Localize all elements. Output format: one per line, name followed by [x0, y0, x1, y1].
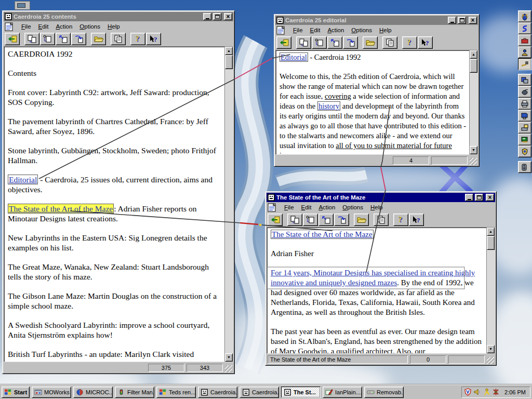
taskbar-item-moworks[interactable]: MOWorks [32, 387, 71, 398]
document-icon[interactable] [276, 17, 284, 24]
taskbar-item-filter-manager[interactable]: Filter Man... [115, 387, 154, 398]
titlebar[interactable]: The State of the Art of the Maze × [267, 193, 495, 202]
start-link-button[interactable] [56, 33, 71, 45]
maximize-button[interactable] [458, 17, 466, 24]
document-menu-icon[interactable] [276, 26, 287, 35]
maximize-button[interactable] [213, 13, 221, 20]
launcher-monitor-button[interactable] [518, 110, 531, 122]
menu-help[interactable]: Help [104, 22, 124, 31]
menu-options[interactable]: Options [348, 26, 376, 34]
link-history[interactable]: history [317, 101, 340, 111]
menu-help[interactable]: Help [376, 26, 395, 34]
scroll-up-button[interactable]: ▲ [470, 50, 477, 59]
document-menu-icon[interactable] [267, 203, 278, 212]
close-button[interactable]: × [486, 194, 494, 201]
taskbar-item-caerdroia-1[interactable]: Caerdroia... [198, 387, 237, 398]
scrollbar-thumb[interactable] [487, 236, 495, 250]
messenger-person-icon[interactable] [483, 388, 490, 396]
menu-options[interactable]: Options [339, 203, 367, 211]
document-menu-icon[interactable] [4, 22, 16, 31]
launcher-mouse-button[interactable] [518, 86, 531, 98]
minimize-button[interactable] [465, 194, 473, 201]
minimize-button[interactable] [448, 17, 456, 24]
menu-help[interactable]: Help [367, 203, 387, 211]
launcher-bug-button[interactable] [518, 10, 531, 22]
vertical-scrollbar[interactable]: ▲ ▼ [469, 50, 477, 154]
copy-link-button[interactable] [24, 33, 39, 45]
copy-link-button[interactable] [296, 36, 311, 49]
taskbar-item-microcosm[interactable]: MICROC... [73, 387, 113, 398]
menu-file[interactable]: File [18, 22, 35, 31]
taskbar-item-removable[interactable]: Removab... [364, 387, 404, 398]
launcher-disks-button[interactable] [518, 74, 531, 86]
start-link-button[interactable] [318, 214, 334, 226]
launcher-badge-button[interactable] [518, 145, 531, 157]
paste-link-button[interactable] [303, 214, 318, 226]
link-editorial[interactable]: Editorial [280, 52, 308, 62]
open-document-button[interactable] [354, 214, 369, 226]
paste-link-button[interactable] [40, 33, 55, 45]
context-help-button[interactable]: ? [418, 36, 433, 49]
help-button[interactable]: ? ? [130, 33, 145, 45]
menu-edit[interactable]: Edit [298, 203, 315, 211]
launcher-cable-button[interactable] [518, 58, 531, 70]
launcher-drive-doc-button[interactable] [518, 122, 531, 134]
menu-action[interactable]: Action [315, 203, 339, 211]
menu-action[interactable]: Action [52, 22, 76, 31]
end-link-button[interactable] [71, 33, 86, 45]
taskbar-item-teds[interactable]: Teds ren... [156, 387, 196, 398]
scrollbar-thumb[interactable] [470, 59, 477, 73]
link-state-of-the-art-title[interactable]: The State of the Art of the Maze [271, 230, 374, 239]
help-button[interactable]: ? ? [393, 214, 408, 226]
scroll-up-button[interactable]: ▲ [487, 228, 495, 236]
open-document-button[interactable] [91, 33, 106, 45]
resize-grip[interactable] [487, 357, 494, 364]
menu-options[interactable]: Options [76, 22, 104, 31]
launcher-squiggle-button[interactable] [518, 22, 531, 34]
scanner-flower-icon[interactable] [492, 388, 500, 396]
minimize-button[interactable] [203, 13, 211, 20]
volume-icon[interactable] [473, 388, 481, 396]
scroll-down-button[interactable]: ▼ [470, 146, 477, 154]
vertical-scrollbar[interactable]: ▲ ▼ [224, 47, 233, 362]
copy-button[interactable] [382, 36, 397, 49]
paste-link-button[interactable] [312, 36, 327, 49]
exit-button[interactable] [268, 214, 283, 226]
exit-button[interactable] [5, 33, 20, 45]
end-link-button[interactable] [343, 36, 358, 49]
launcher-person-button[interactable] [518, 46, 531, 58]
menu-file[interactable]: File [289, 26, 307, 34]
menu-edit[interactable]: Edit [307, 26, 324, 34]
open-document-button[interactable] [363, 36, 378, 49]
menu-file[interactable]: File [281, 203, 298, 211]
close-button[interactable]: × [224, 13, 232, 20]
menu-edit[interactable]: Edit [35, 22, 52, 31]
menu-action[interactable]: Action [324, 26, 348, 34]
launcher-printer-button[interactable] [518, 98, 531, 110]
link-state-of-the-art[interactable]: The State of the Art of the Maze [8, 204, 114, 214]
maximize-button[interactable] [475, 194, 483, 201]
link-editorial[interactable]: Editorial [8, 175, 38, 184]
context-help-button[interactable]: ? [146, 33, 161, 45]
end-link-button[interactable] [334, 214, 349, 226]
link-covering[interactable]: covering [325, 92, 351, 100]
scroll-down-button[interactable]: ▼ [225, 353, 233, 362]
exit-button[interactable] [276, 36, 291, 49]
taskbar-item-state-of-the-art[interactable]: The St... [281, 387, 321, 398]
copy-button[interactable] [111, 33, 126, 45]
titlebar[interactable]: Caerdroia 25 contents × [4, 12, 233, 21]
launcher-toolbox-button[interactable] [518, 34, 531, 46]
antivirus-shield-icon[interactable] [464, 388, 472, 396]
close-button[interactable]: × [469, 17, 477, 24]
vertical-scrollbar[interactable]: ▲ ▼ [486, 228, 495, 353]
launcher-terminal-button[interactable] [518, 134, 531, 145]
taskbar-item-ianplain[interactable]: IanPlain.... [323, 387, 362, 398]
document-icon[interactable] [5, 13, 12, 20]
scroll-up-button[interactable]: ▲ [225, 47, 233, 55]
launcher-recorder-button[interactable] [518, 161, 531, 173]
resize-grip[interactable] [225, 365, 232, 373]
start-button[interactable]: Start [2, 387, 30, 398]
help-button[interactable]: ? ? [402, 36, 417, 49]
titlebar[interactable]: Caerdroia 25 editorial × [275, 16, 478, 25]
taskbar-item-caerdroia-2[interactable]: Caerdroia... [240, 387, 279, 398]
